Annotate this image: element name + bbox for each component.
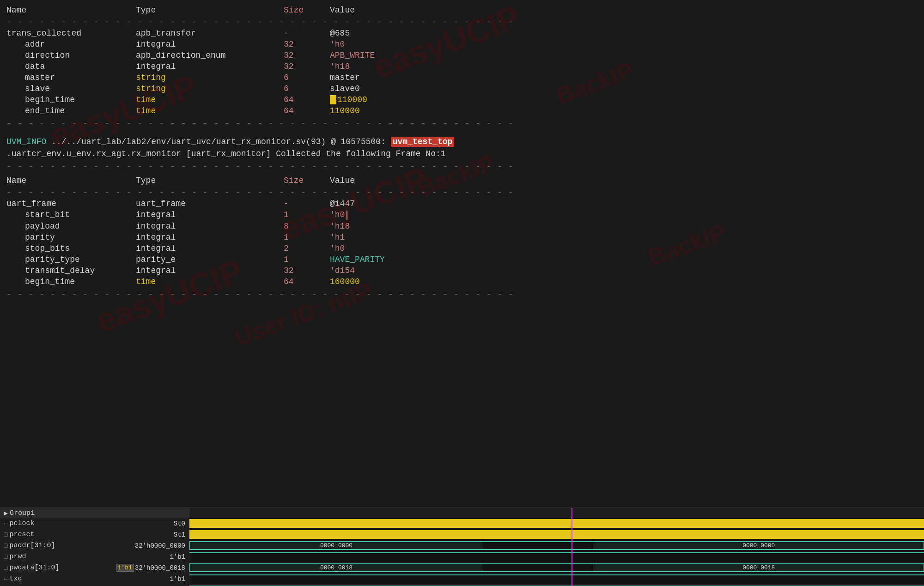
wave-row-paddr: 0000_0000 0000_0000 <box>189 540 924 551</box>
signal-group-header: ▶ Group1 <box>0 508 189 518</box>
row-value: 'h18 <box>330 222 918 231</box>
divider5: - - - - - - - - - - - - - - - - - - - - … <box>6 289 918 300</box>
row-type: integral <box>136 266 284 275</box>
header-value: Value <box>330 6 918 15</box>
divider1: - - - - - - - - - - - - - - - - - - - - … <box>6 17 918 28</box>
row-size: 2 <box>284 244 330 253</box>
waveform-cursor <box>571 508 572 586</box>
wave-row-pclock <box>189 518 924 529</box>
wave-txd <box>189 574 924 575</box>
signal-value: 32'h0000_0018 <box>135 564 185 572</box>
row-size: 8 <box>284 222 330 231</box>
row-type: time <box>136 277 284 286</box>
row-size: 32 <box>284 62 330 71</box>
signal-value: 1'b1 <box>170 553 185 561</box>
row-size: 64 <box>284 277 330 286</box>
table-row: trans_collected apb_transfer - @685 <box>6 28 918 39</box>
row-value: 'h1 <box>330 233 918 242</box>
signal-icon: □ <box>4 564 7 572</box>
table-row: begin_time time 64 160000 <box>6 276 918 287</box>
divider3: - - - - - - - - - - - - - - - - - - - - … <box>0 161 924 172</box>
row-value: 110000 <box>330 95 918 104</box>
signal-row-preset[interactable]: □ preset St1 <box>0 529 189 540</box>
row-type: time <box>136 95 284 104</box>
signal-icon: □ <box>4 553 7 561</box>
wave-paddr-data2: 0000_0000 <box>594 541 924 550</box>
signal-name: txd <box>9 575 168 583</box>
signal-name: preset <box>9 531 171 538</box>
row-size: 1 <box>284 255 330 264</box>
main-content: Name Type Size Value - - - - - - - - - -… <box>0 0 924 302</box>
row-name: begin_time <box>6 95 136 104</box>
waveform-display[interactable]: 0000_0000 0000_0000 0000_0018 0000_0018 <box>189 508 924 586</box>
row-value: 'h0 <box>330 210 918 219</box>
row-type: integral <box>136 62 284 71</box>
row-size: 64 <box>284 95 330 104</box>
uvm-info-sub: .uartcr_env.u_env.rx_agt.rx_monitor [uar… <box>0 149 924 161</box>
row-value: slave0 <box>330 84 918 93</box>
signal-name: paddr[31:0] <box>9 542 133 550</box>
row-type: apb_direction_enum <box>136 51 284 60</box>
row-type: integral <box>136 210 284 219</box>
table-row: parity_type parity_e 1 HAVE_PARITY <box>6 254 918 265</box>
row-name: addr <box>6 40 136 49</box>
table-row: direction apb_direction_enum 32 APB_WRIT… <box>6 50 918 61</box>
signal-name: pclock <box>9 520 171 527</box>
row-name: payload <box>6 222 136 231</box>
header-type: Type <box>136 176 284 185</box>
table-row: payload integral 8 'h18 <box>6 221 918 232</box>
group-collapse-icon[interactable]: ▶ <box>4 509 8 518</box>
table-row: data integral 32 'h18 <box>6 61 918 72</box>
table1-header: Name Type Size Value <box>6 4 918 17</box>
row-name: trans_collected <box>6 29 136 38</box>
table1-section: Name Type Size Value - - - - - - - - - -… <box>0 0 924 133</box>
signal-value: 32'h0000_0000 <box>135 542 185 550</box>
signal-row-prwd[interactable]: □ prwd 1'b1 <box>0 551 189 562</box>
uvm-keyword: UVM_INFO <box>6 137 46 146</box>
row-type: time <box>136 106 284 115</box>
row-value: master <box>330 73 918 82</box>
row-type: integral <box>136 244 284 253</box>
wave-row-prwd <box>189 551 924 562</box>
table-row: stop_bits integral 2 'h0 <box>6 243 918 254</box>
table-row: parity integral 1 'h1 <box>6 232 918 243</box>
row-name: data <box>6 62 136 71</box>
row-name: master <box>6 73 136 82</box>
row-value: @1447 <box>330 199 918 208</box>
row-name: slave <box>6 84 136 93</box>
signal-row-pwdata[interactable]: □ pwdata[31:0] 1'b1 32'h0000_0018 <box>0 562 189 574</box>
table2-section: Name Type Size Value - - - - - - - - - -… <box>0 172 924 302</box>
signal-row-paddr[interactable]: □ paddr[31:0] 32'h0000_0000 <box>0 540 189 551</box>
table-row: begin_time time 64 110000 <box>6 94 918 105</box>
wave-prwd <box>189 552 924 553</box>
highlight-block <box>330 95 336 104</box>
signal-row-txd[interactable]: ← txd 1'b1 <box>0 574 189 585</box>
row-size: 1 <box>284 210 330 219</box>
row-type: apb_transfer <box>136 29 284 38</box>
row-type: string <box>136 84 284 93</box>
wave-row-pwdata: 0000_0018 0000_0018 <box>189 562 924 574</box>
row-value: APB_WRITE <box>330 51 918 60</box>
uvm-info-line: UVM_INFO ../../uart_lab/lab2/env/uart_uv… <box>0 133 924 149</box>
row-size: 1 <box>284 233 330 242</box>
row-value: HAVE_PARITY <box>330 255 918 264</box>
header-size: Size <box>284 6 330 15</box>
table-row: uart_frame uart_frame - @1447 <box>6 198 918 209</box>
row-value: 160000 <box>330 277 918 286</box>
signal-row-pclock[interactable]: ← pclock St0 <box>0 518 189 529</box>
signal-icon: ← <box>4 575 7 583</box>
row-size: 6 <box>284 84 330 93</box>
signal-icon: ← <box>4 520 7 527</box>
wave-pwdata-data1: 0000_0018 <box>189 563 483 572</box>
row-size: 64 <box>284 106 330 115</box>
row-value: 'h0 <box>330 244 918 253</box>
row-size: - <box>284 29 330 38</box>
signal-name: prwd <box>9 553 168 561</box>
row-name: parity <box>6 233 136 242</box>
row-value: @685 <box>330 29 918 38</box>
signal-value: 1'b1 <box>170 575 185 583</box>
uvm-badge: uvm_test_top <box>391 137 455 147</box>
row-name: uart_frame <box>6 199 136 208</box>
row-name: start_bit <box>6 210 136 219</box>
row-type: integral <box>136 233 284 242</box>
